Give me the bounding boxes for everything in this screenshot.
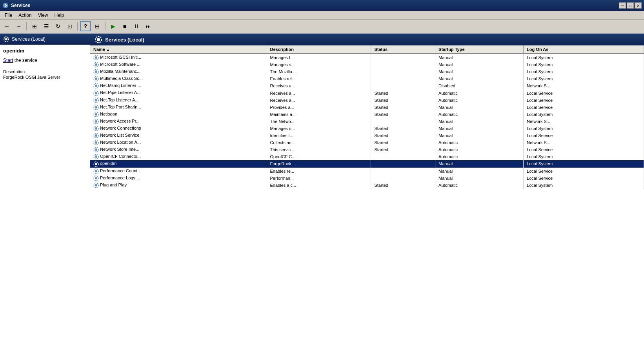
table-row[interactable]: Network Connections Manages o... Started… xyxy=(90,125,644,132)
cell-description: Manages I... xyxy=(267,54,371,61)
service-icon xyxy=(93,168,99,174)
menu-item-action[interactable]: Action xyxy=(15,12,35,19)
cell-name: Multimedia Class Sc... xyxy=(90,75,267,82)
cell-name: Net.Tcp Listener A... xyxy=(90,97,267,104)
table-row[interactable]: Mozilla Maintenanc... The Mozilla... Man… xyxy=(90,68,644,75)
cell-logon-as: Network S... xyxy=(524,118,644,125)
menu-item-help[interactable]: Help xyxy=(51,12,67,19)
svg-point-35 xyxy=(95,163,97,165)
menu-bar: FileActionViewHelp xyxy=(0,11,644,20)
pause-button[interactable]: ⏸ xyxy=(131,21,142,31)
step-button[interactable]: ⏭ xyxy=(143,21,154,31)
cell-logon-as: Local System xyxy=(524,153,644,160)
window-controls: ─ □ ✕ xyxy=(619,2,642,9)
cell-description: Manages o... xyxy=(267,125,371,132)
close-button[interactable]: ✕ xyxy=(635,2,642,9)
cell-description: The Netwo... xyxy=(267,118,371,125)
cell-startup-type: Manual xyxy=(435,61,524,68)
description-text: ForgeRock OSGi Java Server xyxy=(3,75,87,80)
cell-logon-as: Local System xyxy=(524,125,644,132)
start-service-link[interactable]: Start xyxy=(3,58,13,63)
cell-status xyxy=(371,175,435,182)
table-row[interactable]: Netlogon Maintains a... Started Automati… xyxy=(90,111,644,118)
cell-logon-as: Local System xyxy=(524,111,644,118)
table-row[interactable]: Network Access Pr... The Netwo... Manual… xyxy=(90,118,644,125)
table-row[interactable]: Network Store Inte... This servic... Sta… xyxy=(90,146,644,153)
export-button[interactable]: ⊡ xyxy=(64,21,75,31)
table-row[interactable]: Net.Msmq Listener ... Receives a... Disa… xyxy=(90,82,644,89)
table-row[interactable]: Network List Service Identifies t... Sta… xyxy=(90,132,644,139)
toggle-view-button[interactable]: ⊟ xyxy=(92,21,103,31)
play-button[interactable]: ▶ xyxy=(107,21,118,31)
show-hide-button[interactable]: ⊞ xyxy=(29,21,40,31)
cell-startup-type: Automatic xyxy=(435,97,524,104)
svg-point-7 xyxy=(95,63,97,66)
table-row[interactable]: Multimedia Class Sc... Enables rel... Ma… xyxy=(90,75,644,82)
cell-description: Collects an... xyxy=(267,139,371,146)
col-header-name[interactable]: Name ▲ xyxy=(90,45,267,54)
cell-logon-as: Local Service xyxy=(524,89,644,96)
table-row[interactable]: Network Location A... Collects an... Sta… xyxy=(90,139,644,146)
cell-status xyxy=(371,54,435,61)
table-row[interactable]: Net.Tcp Port Sharin... Provides a... Sta… xyxy=(90,104,644,111)
svg-point-15 xyxy=(95,92,97,94)
cell-logon-as: Network S... xyxy=(524,82,644,89)
services-table-container[interactable]: Name ▲ Description Status Startup Type L… xyxy=(90,45,644,347)
col-header-status[interactable]: Status xyxy=(371,45,435,54)
cell-startup-type: Automatic xyxy=(435,139,524,146)
cell-logon-as: Local Service xyxy=(524,97,644,104)
table-row[interactable]: openidm ForgeRock ... Manual Local Syste… xyxy=(90,160,644,167)
menu-item-view[interactable]: View xyxy=(35,12,51,19)
cell-status xyxy=(371,168,435,175)
service-icon xyxy=(93,69,99,74)
col-header-startup[interactable]: Startup Type xyxy=(435,45,524,54)
cell-description: This servic... xyxy=(267,146,371,153)
table-row[interactable]: Microsoft Software ... Manages s... Manu… xyxy=(90,61,644,68)
cell-logon-as: Local System xyxy=(524,54,644,61)
table-row[interactable]: Performance Logs ... Performan... Manual… xyxy=(90,175,644,182)
list-button[interactable]: ☰ xyxy=(41,21,52,31)
svg-point-3 xyxy=(97,38,100,41)
stop-button[interactable]: ■ xyxy=(119,21,130,31)
table-row[interactable]: Performance Count... Enables re... Manua… xyxy=(90,168,644,175)
cell-description: The Mozilla... xyxy=(267,68,371,75)
cell-description: Receives a... xyxy=(267,97,371,104)
table-row[interactable]: Microsoft iSCSI Initi... Manages I... Ma… xyxy=(90,54,644,61)
minimize-button[interactable]: ─ xyxy=(619,2,626,9)
cell-status: Started xyxy=(371,97,435,104)
start-service-text: the service xyxy=(13,58,37,63)
service-icon xyxy=(93,140,99,145)
help-button[interactable]: ? xyxy=(80,21,91,31)
col-header-description[interactable]: Description xyxy=(267,45,371,54)
cell-status: Started xyxy=(371,104,435,111)
menu-item-file[interactable]: File xyxy=(2,12,15,19)
col-header-logon[interactable]: Log On As xyxy=(524,45,644,54)
cell-startup-type: Manual xyxy=(435,68,524,75)
cell-status xyxy=(371,82,435,89)
cell-name: Net.Msmq Listener ... xyxy=(90,82,267,89)
maximize-button[interactable]: □ xyxy=(627,2,634,9)
table-row[interactable]: Net.Pipe Listener A... Receives a... Sta… xyxy=(90,89,644,96)
table-row[interactable]: Net.Tcp Listener A... Receives a... Star… xyxy=(90,97,644,104)
window-title: Services xyxy=(11,3,30,8)
cell-status xyxy=(371,153,435,160)
cell-startup-type: Automatic xyxy=(435,89,524,96)
cell-status: Started xyxy=(371,132,435,139)
refresh-button[interactable]: ↻ xyxy=(53,21,64,31)
cell-status xyxy=(371,118,435,125)
svg-point-37 xyxy=(95,170,97,172)
cell-name: Network Connections xyxy=(90,125,267,132)
forward-button[interactable]: → xyxy=(13,21,24,31)
table-row[interactable]: Plug and Play Enables a c... Started Aut… xyxy=(90,182,644,189)
cell-description: Identifies t... xyxy=(267,132,371,139)
cell-logon-as: Network S... xyxy=(524,139,644,146)
cell-logon-as: Local System xyxy=(524,182,644,189)
svg-point-33 xyxy=(95,155,97,158)
cell-status xyxy=(371,68,435,75)
cell-name: Performance Count... xyxy=(90,168,267,175)
cell-description: Enables re... xyxy=(267,168,371,175)
svg-point-29 xyxy=(95,141,97,144)
cell-name: Netlogon xyxy=(90,111,267,118)
table-row[interactable]: OpenICF Connecto... OpenICF C... Automat… xyxy=(90,153,644,160)
back-button[interactable]: ← xyxy=(2,21,13,31)
